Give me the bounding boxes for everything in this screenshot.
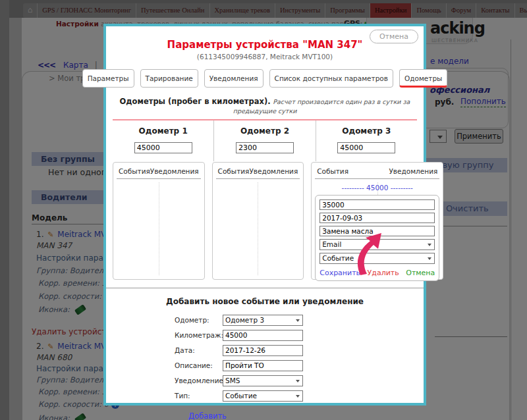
events-column-header: События	[317, 167, 348, 175]
highlight-arrow-icon	[352, 233, 384, 275]
device-parameters-dialog: Отмена Параметры устройства "MAN 347" (6…	[103, 24, 426, 406]
event-entry-marker[interactable]: --------- 45000 ---------	[312, 184, 443, 192]
tab-parameters[interactable]: Параметры	[82, 69, 134, 88]
type-select[interactable]: Событие	[223, 390, 303, 402]
edit-date-input[interactable]	[319, 213, 435, 223]
chevron-down-icon	[296, 319, 300, 322]
dialog-tabs: Параметры Тарирование Уведомления Список…	[106, 69, 424, 88]
odometer-inputs-row: Одометр 1 Одометр 2 Одометр 3	[113, 120, 417, 161]
notification-select-value: SMS	[225, 377, 240, 384]
odometer-2-block: Одометр 2	[213, 120, 315, 161]
odometer-1-block: Одометр 1	[113, 120, 213, 161]
chevron-down-icon	[428, 257, 431, 260]
date-input[interactable]	[223, 345, 303, 356]
section-divider-rule	[106, 288, 424, 288]
tab-odometers[interactable]: Одометры	[399, 69, 447, 88]
odometer-1-events-table: События Уведомления	[113, 162, 205, 280]
add-link[interactable]: Добавить	[188, 411, 227, 420]
notifications-column-header: Уведомления	[150, 167, 199, 175]
notifications-column-header: Уведомления	[389, 167, 437, 175]
odometer-select[interactable]: Одометр 3	[223, 315, 303, 326]
section-heading: Одометры (пробег в километрах). Расчет п…	[106, 97, 424, 115]
chevron-down-icon	[296, 395, 300, 398]
odometer-2-label: Одометр 2	[214, 126, 315, 136]
odometer-3-label: Одометр 3	[316, 126, 417, 136]
table-header-rule	[315, 178, 439, 179]
description-input[interactable]	[223, 360, 303, 371]
odometer-2-events-table: События Уведомления	[212, 162, 304, 280]
table-column-divider	[159, 182, 159, 275]
add-form-title: Добавить новое событие или уведомление	[106, 297, 424, 306]
odometer-3-input[interactable]	[337, 142, 395, 153]
events-column-header: События	[218, 167, 250, 175]
odometer-1-input[interactable]	[134, 142, 192, 153]
table-header-rule	[117, 178, 201, 179]
table-column-divider	[258, 182, 258, 275]
edit-mileage-input[interactable]	[319, 199, 435, 210]
notification-select[interactable]: SMS	[223, 375, 303, 386]
tab-available-parameters[interactable]: Список доступных параметров	[269, 69, 393, 88]
tab-calibration[interactable]: Тарирование	[140, 69, 198, 88]
type-select-value: Событие	[225, 392, 257, 400]
cancel-link[interactable]: Отмена	[406, 269, 435, 277]
table-header-rule	[216, 178, 300, 179]
tab-notifications[interactable]: Уведомления	[204, 69, 264, 88]
odometer-select-value: Одометр 3	[225, 316, 264, 324]
add-event-form: Одометр: Одометр 3 Километраж: Дата: Опи…	[175, 314, 424, 402]
chevron-down-icon	[296, 380, 300, 382]
edit-notification-value: Email	[322, 240, 341, 248]
mileage-input[interactable]	[223, 330, 303, 341]
mileage-field-label: Километраж:	[175, 331, 223, 339]
edit-type-value: Событие	[322, 254, 354, 262]
chevron-down-icon	[428, 244, 431, 246]
odometer-3-block: Одометр 3	[316, 120, 417, 161]
odometer-2-input[interactable]	[236, 142, 294, 153]
description-field-label: Описание:	[175, 361, 223, 369]
notifications-column-header: Уведомления	[249, 167, 298, 175]
notification-field-label: Уведомление:	[175, 377, 223, 384]
section-title: Одометры (пробег в километрах).	[120, 97, 271, 106]
events-column-header: События	[119, 167, 150, 175]
cancel-button[interactable]: Отмена	[370, 30, 418, 43]
date-field-label: Дата:	[175, 346, 223, 354]
odometer-1-label: Одометр 1	[113, 126, 213, 136]
dialog-subtitle: (611345009946887, Meitrack MVT100)	[106, 53, 424, 61]
odometer-field-label: Одометр:	[175, 316, 223, 324]
type-field-label: Тип:	[175, 392, 223, 400]
